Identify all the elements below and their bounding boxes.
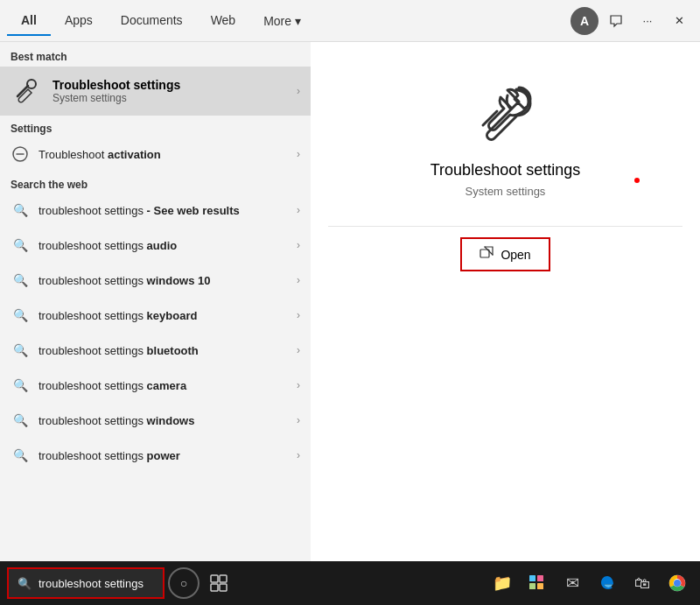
store-icon[interactable]: 🛍 — [626, 567, 658, 599]
svg-rect-11 — [537, 583, 543, 589]
web-section-label: Search the web — [0, 172, 311, 193]
svg-rect-9 — [537, 575, 543, 581]
best-match-title: Troubleshoot settings — [52, 78, 286, 92]
taskbar-search-icon: 🔍 — [18, 577, 32, 590]
top-nav: All Apps Documents Web More ▾ A ··· ✕ — [0, 0, 700, 42]
chevron-right-icon: › — [297, 204, 300, 216]
svg-rect-4 — [211, 575, 218, 582]
start-menu: All Apps Documents Web More ▾ A ··· ✕ Be… — [0, 0, 700, 561]
left-panel: Best match Troubleshoot settings System … — [0, 42, 311, 561]
search-icon: 🔍 — [10, 411, 30, 430]
svg-rect-7 — [220, 584, 227, 591]
search-icon: 🔍 — [10, 306, 30, 325]
settings-item-text: Troubleshoot activation — [38, 148, 288, 161]
red-dot-indicator — [634, 178, 640, 183]
search-icon: 🔍 — [10, 271, 30, 290]
svg-point-0 — [27, 80, 36, 88]
search-icon: 🔍 — [10, 236, 30, 255]
svg-rect-5 — [220, 575, 227, 582]
chevron-right-icon: › — [297, 344, 300, 356]
close-icon[interactable]: ✕ — [665, 7, 693, 35]
web-item-5[interactable]: 🔍 troubleshoot settings camera › — [0, 368, 311, 403]
right-panel: Troubleshoot settings System settings Op… — [311, 42, 700, 561]
chevron-right-icon: › — [297, 85, 300, 97]
chevron-right-icon: › — [297, 148, 300, 160]
wrench-icon — [10, 75, 42, 107]
cortana-button[interactable]: ○ — [168, 567, 200, 599]
svg-rect-10 — [529, 583, 536, 589]
right-panel-title: Troubleshoot settings — [430, 161, 580, 179]
wrench-large-icon — [471, 77, 541, 147]
web-item-text-2: troubleshoot settings windows 10 — [38, 274, 288, 287]
taskbar-search[interactable]: 🔍 troubleshoot settings — [7, 567, 164, 599]
taskbar: 🔍 troubleshoot settings ○ 📁 ✉ 🛍 — [0, 561, 700, 605]
web-item-0[interactable]: 🔍 troubleshoot settings - See web result… — [0, 193, 311, 228]
web-item-7[interactable]: 🔍 troubleshoot settings power › — [0, 438, 311, 473]
svg-rect-6 — [211, 584, 218, 591]
search-icon: 🔍 — [10, 200, 30, 220]
best-match-subtitle: System settings — [52, 92, 286, 104]
search-icon: 🔍 — [10, 446, 30, 465]
chevron-right-icon: › — [297, 414, 300, 426]
web-item-1[interactable]: 🔍 troubleshoot settings audio › — [0, 228, 311, 263]
taskbar-search-text: troubleshoot settings — [38, 577, 144, 590]
web-item-text-4: troubleshoot settings bluetooth — [38, 344, 288, 357]
feedback-icon[interactable] — [602, 7, 630, 35]
file-explorer-icon[interactable]: 📁 — [486, 567, 518, 599]
search-icon: 🔍 — [10, 376, 30, 395]
svg-rect-8 — [529, 575, 536, 581]
web-item-text-5: troubleshoot settings camera — [38, 379, 288, 392]
web-item-text-3: troubleshoot settings keyboard — [38, 309, 288, 322]
open-icon — [480, 246, 494, 263]
svg-rect-3 — [480, 250, 489, 257]
chrome-icon[interactable] — [662, 567, 693, 599]
chevron-right-icon: › — [297, 379, 300, 391]
avatar[interactable]: A — [570, 7, 598, 35]
more-options-icon[interactable]: ··· — [634, 7, 662, 35]
best-match-label: Best match — [0, 42, 311, 67]
open-button[interactable]: Open — [460, 237, 550, 271]
best-match-item[interactable]: Troubleshoot settings System settings › — [0, 67, 311, 116]
chevron-right-icon: › — [297, 274, 300, 286]
more-label: More — [263, 14, 291, 28]
tab-web[interactable]: Web — [197, 6, 250, 36]
settings-troubleshoot-activation[interactable]: Troubleshoot activation › — [0, 137, 311, 172]
chevron-right-icon: › — [297, 239, 300, 251]
circle-cross-icon — [10, 144, 30, 164]
open-label: Open — [500, 248, 530, 262]
divider — [328, 226, 682, 227]
edge-icon[interactable] — [592, 567, 623, 599]
chevron-down-icon: ▾ — [295, 14, 301, 28]
web-item-2[interactable]: 🔍 troubleshoot settings windows 10 › — [0, 263, 311, 298]
web-item-3[interactable]: 🔍 troubleshoot settings keyboard › — [0, 298, 311, 333]
svg-point-14 — [675, 580, 680, 586]
web-item-text-7: troubleshoot settings power — [38, 449, 288, 462]
tab-all[interactable]: All — [7, 6, 51, 36]
tab-apps[interactable]: Apps — [51, 6, 107, 36]
nav-icons: A ··· ✕ — [570, 7, 693, 35]
web-item-text-1: troubleshoot settings audio — [38, 239, 288, 252]
main-content: Best match Troubleshoot settings System … — [0, 42, 700, 561]
settings-section-label: Settings — [0, 116, 311, 137]
tab-documents[interactable]: Documents — [107, 6, 197, 36]
chevron-right-icon: › — [297, 309, 300, 321]
open-button-container: Open — [328, 237, 682, 271]
settings-icon[interactable] — [522, 567, 553, 599]
best-match-text: Troubleshoot settings System settings — [52, 78, 286, 104]
web-item-text-6: troubleshoot settings windows — [38, 414, 288, 427]
right-panel-subtitle: System settings — [466, 185, 546, 198]
task-view-icon[interactable] — [203, 567, 234, 599]
chevron-right-icon: › — [297, 449, 300, 461]
web-item-text-0: troubleshoot settings - See web results — [38, 204, 288, 217]
mail-icon[interactable]: ✉ — [556, 567, 588, 599]
web-item-6[interactable]: 🔍 troubleshoot settings windows › — [0, 403, 311, 438]
web-item-4[interactable]: 🔍 troubleshoot settings bluetooth › — [0, 333, 311, 368]
tab-more[interactable]: More ▾ — [249, 7, 315, 35]
search-icon: 🔍 — [10, 341, 30, 360]
